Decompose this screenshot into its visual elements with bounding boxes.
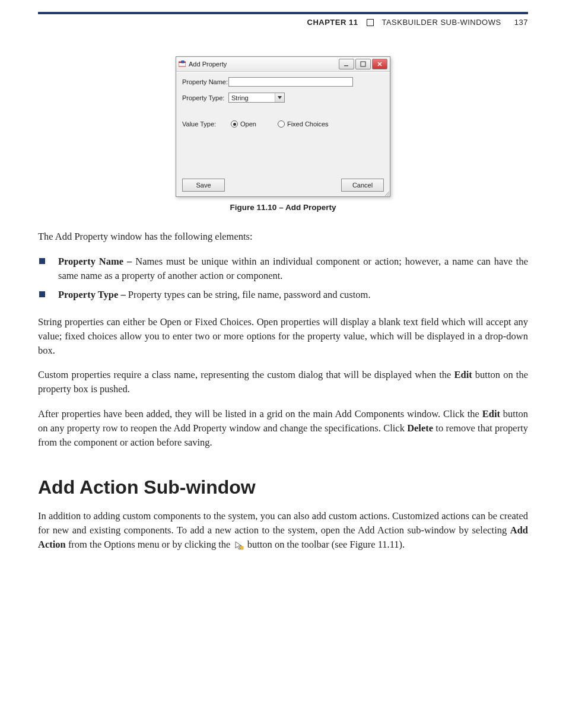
bullet-property-type: Property Type – Property types can be st… (38, 288, 528, 302)
chapter-label: CHAPTER 11 (307, 18, 358, 27)
property-name-label: Property Name: (182, 78, 228, 85)
paragraph-string-properties: String properties can either be Open or … (38, 315, 528, 358)
maximize-button[interactable] (355, 59, 371, 69)
value-type-open-radio[interactable]: Open (231, 120, 256, 128)
header-separator-icon (367, 19, 374, 26)
svg-line-10 (389, 195, 389, 196)
dialog-title: Add Property (189, 61, 339, 68)
paragraph-add-action: In addition to adding custom components … (38, 509, 528, 552)
figure-caption: Figure 11.10 – Add Property (38, 203, 528, 212)
intro-paragraph: The Add Property window has the followin… (38, 230, 528, 244)
value-type-fixed-radio[interactable]: Fixed Choices (278, 120, 329, 128)
radio-fixed-label: Fixed Choices (287, 120, 329, 128)
property-type-value: String (229, 93, 275, 102)
chapter-title: TASKBUILDER SUB-WINDOWS (381, 18, 501, 27)
radio-open-label: Open (240, 120, 256, 128)
svg-marker-7 (278, 96, 282, 99)
value-type-label: Value Type: (182, 120, 224, 128)
radio-icon (231, 120, 238, 128)
chevron-down-icon (275, 93, 284, 102)
minimize-button[interactable] (339, 59, 354, 69)
cursor-add-icon (234, 540, 244, 549)
property-type-dropdown[interactable]: String (228, 93, 285, 103)
svg-rect-3 (344, 65, 348, 66)
radio-icon (278, 120, 285, 128)
add-property-dialog: Add Property Property Name: (176, 56, 390, 197)
cancel-button[interactable]: Cancel (341, 179, 384, 192)
svg-rect-12 (240, 546, 243, 549)
resize-grip-icon[interactable] (383, 190, 389, 196)
titlebar: Add Property (176, 57, 390, 72)
page-number: 137 (514, 18, 528, 27)
save-button[interactable]: Save (182, 179, 225, 192)
property-name-input[interactable] (228, 77, 353, 87)
close-button[interactable] (372, 59, 387, 69)
window-icon (179, 61, 186, 68)
property-type-label: Property Type: (182, 94, 228, 101)
paragraph-after-added: After properties have been added, they w… (38, 407, 528, 450)
paragraph-custom-properties: Custom properties require a class name, … (38, 368, 528, 396)
svg-rect-2 (182, 61, 184, 63)
section-heading: Add Action Sub-window (38, 473, 528, 501)
svg-rect-4 (361, 62, 365, 66)
bullet-property-name: Property Name – Names must be unique wit… (38, 255, 528, 283)
page-header: CHAPTER 11 TASKBUILDER SUB-WINDOWS 137 (38, 12, 528, 27)
